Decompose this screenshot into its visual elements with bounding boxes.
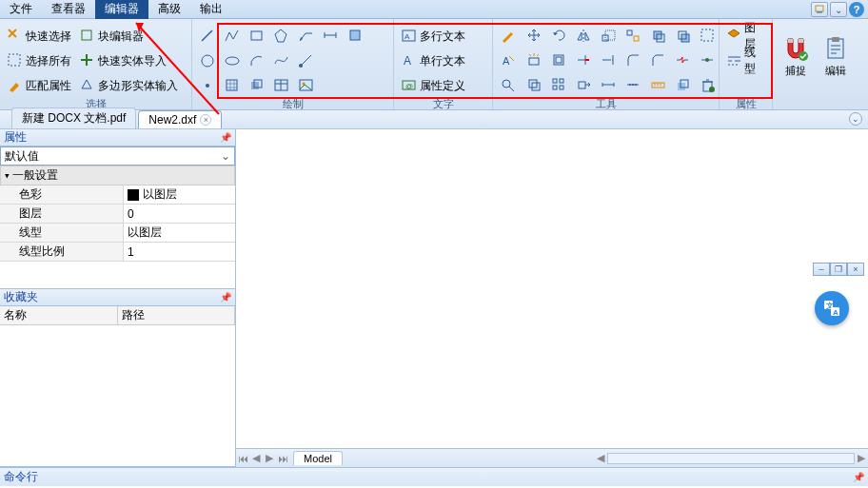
prop-val[interactable]: 0 (124, 205, 235, 223)
explode-icon[interactable] (523, 50, 546, 71)
attdef-button[interactable]: @属性定义 (398, 75, 468, 96)
ribbon-collapse-icon[interactable]: ⌄ (849, 112, 862, 126)
table-icon[interactable] (270, 75, 293, 96)
mtext-button[interactable]: A多行文本 (398, 26, 468, 47)
match-props-button[interactable]: 匹配属性 (4, 75, 74, 96)
draworder-icon[interactable] (672, 75, 695, 96)
wipeout-icon[interactable] (320, 75, 343, 96)
polygon-icon[interactable] (270, 26, 293, 47)
h-scrollbar[interactable] (607, 453, 855, 464)
scroll-left-icon[interactable]: ◀ (594, 452, 607, 464)
pin-icon[interactable]: 📌 (220, 132, 231, 143)
revision-icon[interactable] (345, 50, 367, 71)
snap-button[interactable]: 捕捉 (777, 25, 815, 88)
tab-nav-prev-icon[interactable]: ◀ (249, 452, 263, 464)
image-icon[interactable] (295, 75, 318, 96)
ray-icon[interactable] (295, 50, 318, 71)
pin-icon[interactable]: 📌 (853, 472, 864, 482)
close-icon[interactable]: × (200, 114, 211, 126)
fillet-icon[interactable] (622, 50, 645, 71)
menu-advanced[interactable]: 高级 (148, 0, 190, 19)
quick-entity-import-button[interactable]: 快速实体导入 (76, 50, 169, 71)
menu-file[interactable]: 文件 (0, 0, 42, 19)
prop-val[interactable]: 1 (124, 243, 235, 261)
hatch-icon[interactable] (221, 75, 244, 96)
find-icon[interactable] (497, 75, 520, 96)
translate-fab[interactable]: 文A (815, 291, 849, 325)
quick-select-button[interactable]: 快速选择 (4, 26, 74, 47)
break-icon[interactable] (672, 50, 695, 71)
col-path[interactable]: 路径 (118, 306, 236, 324)
svg-rect-3 (251, 31, 262, 40)
lengthen-icon[interactable] (598, 75, 621, 96)
mdi-restore-icon[interactable]: ❐ (830, 263, 847, 276)
prop-section-general[interactable]: 一般设置 (0, 166, 235, 185)
help-icon[interactable]: ? (849, 2, 864, 17)
move-icon[interactable] (523, 26, 546, 47)
col-name[interactable]: 名称 (0, 306, 118, 324)
select-all-button[interactable]: 选择所有 (4, 50, 74, 71)
edit-attr-icon[interactable]: A (497, 50, 520, 71)
scroll-right-icon[interactable]: ▶ (855, 452, 868, 464)
trim-icon[interactable] (573, 50, 596, 71)
mdi-close-icon[interactable]: × (847, 263, 864, 276)
chamfer-icon[interactable] (647, 50, 670, 71)
divide-icon[interactable] (622, 75, 645, 96)
point-icon[interactable] (196, 75, 219, 96)
arc-icon[interactable] (246, 50, 268, 71)
svg-rect-37 (553, 79, 557, 83)
polyline-icon[interactable] (221, 26, 244, 47)
leader-icon[interactable] (295, 26, 318, 47)
mdi-minimize-icon[interactable]: – (813, 263, 830, 276)
extend-icon[interactable] (598, 50, 621, 71)
menu-editor[interactable]: 编辑器 (95, 0, 148, 19)
stext-button[interactable]: A单行文本 (398, 50, 468, 71)
style-dropdown-icon[interactable]: ⌄ (830, 2, 847, 17)
prop-val[interactable]: 以图层 (124, 224, 235, 242)
dim-icon[interactable] (320, 26, 343, 47)
block-editor-button[interactable]: 块编辑器 (76, 26, 147, 47)
donut-icon[interactable] (345, 75, 367, 96)
copy-icon[interactable] (523, 75, 546, 96)
align-icon[interactable] (622, 26, 645, 47)
scale-icon[interactable] (598, 26, 621, 47)
doc-tab-dxf[interactable]: New2.dxf× (138, 110, 222, 128)
array-icon[interactable] (548, 75, 571, 96)
linetype-button[interactable]: 线型 (723, 50, 768, 71)
tab-nav-next-icon[interactable]: ▶ (263, 452, 276, 464)
circle-icon[interactable] (196, 50, 219, 71)
ellipse-icon[interactable] (221, 50, 244, 71)
send-back-icon[interactable] (672, 26, 695, 47)
doc-tab-pdf[interactable]: 新建 DOCX 文档.pdf (11, 107, 136, 128)
edit-button[interactable]: 编辑 (817, 25, 855, 88)
region-icon[interactable] (246, 75, 268, 96)
poly-entity-input-button[interactable]: 多边形实体输入 (76, 75, 181, 96)
join-icon[interactable] (697, 50, 720, 71)
model-tab[interactable]: Model (293, 451, 343, 465)
bring-front-icon[interactable] (647, 26, 670, 47)
svg-point-6 (226, 57, 239, 65)
xline-icon[interactable] (320, 50, 343, 71)
layer-button[interactable]: 图层 (723, 26, 768, 47)
rotate-icon[interactable] (548, 26, 571, 47)
default-combo[interactable]: 默认值 (0, 146, 235, 166)
block-insert-icon[interactable] (345, 26, 367, 47)
menu-output[interactable]: 输出 (190, 0, 232, 19)
edit-text-icon[interactable] (497, 26, 520, 47)
tab-nav-last-icon[interactable]: ⏭ (276, 453, 289, 464)
tab-nav-first-icon[interactable]: ⏮ (236, 453, 249, 464)
settings-dropdown-icon[interactable] (811, 2, 828, 17)
menu-viewer[interactable]: 查看器 (42, 0, 95, 19)
mirror-icon[interactable] (573, 26, 596, 47)
purge-icon[interactable] (697, 75, 720, 96)
measure-icon[interactable] (647, 75, 670, 96)
offset-icon[interactable] (548, 50, 571, 71)
spline-icon[interactable] (270, 50, 293, 71)
prop-val[interactable]: 以图层 (124, 185, 235, 204)
group-icon[interactable] (697, 26, 720, 47)
stretch-icon[interactable] (573, 75, 596, 96)
drawing-canvas[interactable]: – ❐ × 文A ⏮ ◀ ▶ ⏭ Model ◀ ▶ (236, 129, 868, 467)
rect-icon[interactable] (246, 26, 268, 47)
line-icon[interactable] (196, 26, 219, 47)
pin-icon[interactable]: 📌 (220, 292, 231, 303)
